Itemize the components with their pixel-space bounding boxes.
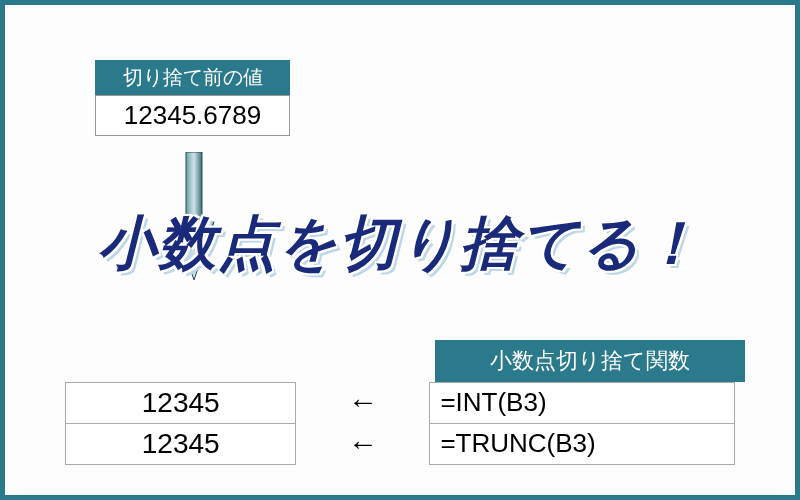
formula-cell: =TRUNC(B3) — [429, 424, 735, 465]
result-cell: 12345 — [65, 424, 296, 465]
results-area: 小数点切り捨て関数 12345 ← =INT(B3) 12345 ← =TRUN… — [65, 340, 735, 465]
table-row: 12345 ← =TRUNC(B3) — [65, 424, 735, 465]
headline-text: 小数点を切り捨てる！ — [5, 205, 795, 283]
arrow-left-icon: ← — [296, 424, 429, 465]
table-row: 12345 ← =INT(B3) — [65, 382, 735, 424]
original-value-box: 切り捨て前の値 12345.6789 — [95, 60, 290, 136]
original-value-header: 切り捨て前の値 — [95, 60, 290, 95]
result-cell: 12345 — [65, 382, 296, 424]
arrow-left-icon: ← — [296, 382, 429, 424]
original-value-cell: 12345.6789 — [95, 95, 290, 136]
formula-cell: =INT(B3) — [429, 382, 735, 424]
functions-header: 小数点切り捨て関数 — [435, 340, 745, 382]
